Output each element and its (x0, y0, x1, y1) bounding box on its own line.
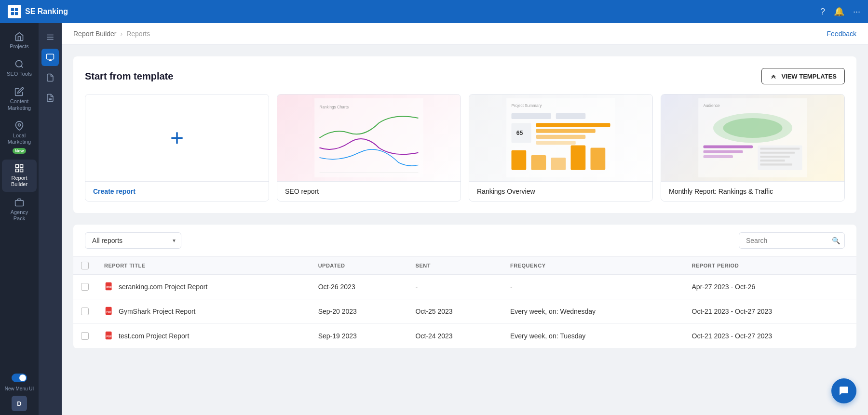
table-row: PDF test.com Project Report Sep-19 2023 … (73, 324, 856, 348)
templates-grid: + Create report Rankings Charts (85, 94, 845, 201)
rankings-preview-inner: Project Summary 65 (469, 94, 652, 181)
row2-checkbox[interactable] (81, 308, 89, 315)
template-card-create[interactable]: + Create report (85, 94, 269, 201)
breadcrumb-separator: › (121, 30, 123, 38)
svg-rect-31 (536, 135, 586, 139)
svg-rect-7 (16, 165, 19, 168)
reports-section: All reports My reports Shared reports ▾ … (73, 225, 856, 348)
main-layout: Projects SEO Tools Content Marketing Loc… (0, 23, 868, 415)
template-card-footer-rankings: Rankings Overview (469, 181, 652, 201)
help-icon[interactable]: ? (820, 7, 825, 17)
sidebar-item-agency-label: Agency Pack (4, 209, 35, 222)
table-header-row: REPORT TITLE UPDATED SENT FREQUENCY REPO… (73, 257, 856, 275)
svg-rect-29 (536, 123, 610, 127)
sidebar-item-projects[interactable]: Projects (2, 28, 37, 54)
template-section: Start from template VIEW TEMPLATES + Cre… (73, 56, 856, 213)
row3-checkbox[interactable] (81, 332, 89, 340)
svg-rect-47 (760, 152, 795, 154)
th-checkbox (73, 257, 96, 275)
svg-rect-26 (556, 113, 586, 119)
row2-checkbox-cell (73, 299, 96, 324)
search-icon: 🔍 (832, 237, 840, 244)
seo-preview: Rankings Charts (277, 94, 461, 181)
sidebar-item-local-label: Local Marketing (4, 133, 35, 145)
search-input[interactable] (739, 232, 845, 249)
template-card-monthly[interactable]: Audience (661, 94, 845, 201)
svg-text:65: 65 (516, 130, 523, 136)
svg-rect-34 (531, 155, 546, 170)
reports-toolbar: All reports My reports Shared reports ▾ … (73, 225, 856, 256)
filter-select-wrapper: All reports My reports Shared reports ▾ (85, 232, 181, 249)
svg-rect-10 (20, 169, 23, 172)
more-icon[interactable]: ··· (853, 7, 860, 17)
user-avatar[interactable]: D (12, 396, 27, 411)
create-preview: + (85, 94, 269, 181)
second-nav-file[interactable] (41, 69, 59, 86)
row1-frequency: - (502, 275, 684, 299)
sidebar-item-content-marketing[interactable]: Content Marketing (2, 83, 37, 115)
sidebar-item-seo-tools[interactable]: SEO Tools (2, 55, 37, 81)
nav-bottom: New Menu UI D (5, 372, 34, 411)
sidebar-item-content-label: Content Marketing (4, 98, 35, 111)
template-card-footer-monthly: Monthly Report: Rankings & Traffic (661, 181, 844, 201)
toggle-switch[interactable] (12, 374, 27, 382)
sidebar-item-report-builder[interactable]: Report Builder (2, 160, 37, 191)
svg-rect-37 (591, 148, 606, 170)
table-row: PDF GymShark Project Report Sep-20 2023 … (73, 299, 856, 324)
filter-select[interactable]: All reports My reports Shared reports (85, 232, 181, 249)
view-templates-label: VIEW TEMPLATES (781, 73, 837, 80)
sidebar-item-local-marketing[interactable]: Local Marketing New (2, 117, 37, 158)
app-title: SE Ranking (25, 7, 68, 16)
template-card-footer-seo: SEO report (277, 181, 461, 201)
scroll-content: Start from template VIEW TEMPLATES + Cre… (62, 45, 868, 415)
topbar-right: ? 🔔 ··· (820, 6, 860, 17)
svg-text:PDF: PDF (107, 310, 112, 313)
svg-text:PDF: PDF (107, 335, 112, 338)
template-name-rankings: Rankings Overview (477, 187, 645, 195)
create-plus-icon: + (170, 126, 184, 149)
row1-checkbox-cell (73, 275, 96, 299)
row2-sent: Oct-25 2023 (408, 299, 502, 324)
bell-icon[interactable]: 🔔 (834, 6, 844, 17)
row1-title[interactable]: seranking.com Project Report (119, 283, 207, 291)
row1-updated: Oct-26 2023 (311, 275, 408, 299)
row1-sent: - (408, 275, 502, 299)
new-menu-toggle[interactable] (10, 372, 29, 384)
svg-rect-0 (11, 8, 14, 11)
logo[interactable]: SE Ranking (8, 5, 68, 18)
row2-frequency: Every week, on: Wednesday (502, 299, 684, 324)
second-nav-monitor[interactable] (41, 49, 59, 66)
template-name-monthly: Monthly Report: Rankings & Traffic (669, 187, 837, 195)
sidebar-item-agency-pack[interactable]: Agency Pack (2, 194, 37, 226)
second-nav-file-chart[interactable] (41, 89, 59, 107)
row2-title[interactable]: GymShark Project Report (119, 308, 196, 315)
template-card-seo[interactable]: Rankings Charts SEO report (277, 94, 461, 201)
svg-rect-30 (536, 129, 596, 133)
chat-bubble[interactable] (831, 378, 856, 403)
row3-period: Oct-21 2023 - Oct-27 2023 (684, 324, 856, 348)
second-nav-menu[interactable] (41, 28, 59, 46)
template-card-rankings[interactable]: Project Summary 65 (469, 94, 653, 201)
rankings-preview: Project Summary 65 (469, 94, 652, 181)
row1-checkbox[interactable] (81, 283, 89, 291)
breadcrumb: Report Builder › Reports (73, 30, 150, 38)
select-all-checkbox[interactable] (81, 262, 89, 269)
svg-rect-33 (512, 150, 527, 170)
sidebar-item-projects-label: Projects (10, 43, 29, 50)
breadcrumb-parent[interactable]: Report Builder (73, 30, 117, 38)
row1-name-cell: PDF seranking.com Project Report (104, 281, 303, 292)
row2-name-cell: PDF GymShark Project Report (104, 306, 303, 317)
template-card-footer-create: Create report (85, 181, 269, 201)
seo-preview-inner: Rankings Charts (277, 94, 461, 181)
svg-rect-43 (704, 150, 743, 153)
feedback-button[interactable]: Feedback (827, 30, 856, 38)
view-templates-icon (770, 72, 777, 80)
svg-rect-2 (11, 12, 14, 15)
pdf-icon-row3: PDF (104, 331, 115, 341)
svg-rect-48 (760, 156, 790, 158)
row3-title[interactable]: test.com Project Report (119, 332, 189, 340)
search-wrapper: 🔍 (739, 232, 845, 249)
view-templates-button[interactable]: VIEW TEMPLATES (761, 68, 845, 84)
row3-checkbox-cell (73, 324, 96, 348)
left-nav: Projects SEO Tools Content Marketing Loc… (0, 23, 39, 415)
